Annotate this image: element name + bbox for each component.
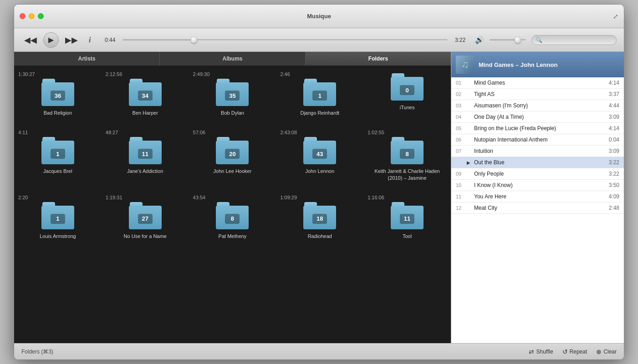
- folder-icon: 20: [216, 137, 249, 164]
- clear-icon: ⊗: [596, 348, 602, 355]
- browser-panel: Artists Albums Folders 1:30:27 36: [14, 52, 451, 343]
- folder-body: 27: [129, 206, 162, 229]
- browser-grid: 1:30:27 36 Bad Religion 2:12:56: [14, 66, 451, 343]
- folder-body: 1: [41, 141, 74, 164]
- folder-name: Louis Armstrong: [40, 233, 76, 239]
- list-item[interactable]: 2:12:56 34 Ben Harper: [102, 66, 189, 124]
- track-duration: 3:09: [603, 114, 619, 120]
- folder-name: Bob Dylan: [221, 110, 244, 116]
- list-item[interactable]: 43:54 8 Pat Metheny: [189, 189, 276, 247]
- progress-track[interactable]: [122, 39, 448, 41]
- track-number: 01: [456, 80, 467, 86]
- folder-badge: 8: [225, 214, 240, 224]
- time-elapsed: 0:44: [99, 37, 115, 43]
- list-item[interactable]: 1:09:29 18 Radiohead: [276, 189, 363, 247]
- track-duration: 3:37: [603, 91, 619, 97]
- rewind-button[interactable]: ◀◀: [21, 33, 40, 47]
- tracklist-panel: ♫ Mind Games – John Lennon 01 Mind Games…: [451, 52, 624, 343]
- grid-row: 2:20 1 Louis Armstrong 1:19:31: [14, 189, 451, 247]
- track-play-indicator: ▶: [467, 160, 474, 165]
- minimize-button[interactable]: [29, 13, 35, 19]
- statusbar: Folders (⌘3) ⇄ Shuffle ↺ Repeat ⊗ Clear: [14, 343, 624, 359]
- shuffle-button[interactable]: ⇄ Shuffle: [529, 348, 553, 355]
- repeat-label: Repeat: [570, 349, 587, 355]
- track-name: One Day (At a Time): [474, 114, 603, 120]
- grid-row: 4:11 1 Jacques Brel 48:27: [14, 124, 451, 189]
- track-name: Mind Games: [474, 80, 603, 86]
- folder-icon: 34: [129, 79, 162, 106]
- folder-time: 4:11: [18, 130, 28, 135]
- search-input[interactable]: [544, 37, 612, 43]
- list-item[interactable]: 57:06 20 John Lee Hooker: [189, 124, 276, 189]
- repeat-button[interactable]: ↺ Repeat: [562, 348, 587, 355]
- album-title: Mind Games – John Lennon: [479, 61, 557, 68]
- volume-track[interactable]: [490, 39, 526, 41]
- tab-albums[interactable]: Albums: [160, 52, 306, 66]
- track-row[interactable]: 03 Aisumasen (I'm Sorry) 4:44: [451, 100, 624, 111]
- track-row[interactable]: 07 Intuition 3:09: [451, 146, 624, 157]
- folder-name: Bad Religion: [44, 110, 72, 116]
- volume-thumb[interactable]: [515, 37, 521, 43]
- folder-name: John Lee Hooker: [214, 168, 252, 174]
- track-row[interactable]: 11 You Are Here 4:09: [451, 191, 624, 202]
- list-item[interactable]: 4:11 1 Jacques Brel: [14, 124, 102, 189]
- tab-folders[interactable]: Folders: [306, 52, 451, 66]
- list-item[interactable]: 2:20 1 Louis Armstrong: [14, 189, 102, 247]
- track-name: Intuition: [474, 148, 603, 154]
- track-row[interactable]: 12 Meat City 2:48: [451, 202, 624, 214]
- folder-badge: 27: [138, 214, 153, 224]
- track-row[interactable]: 05 Bring on the Lucie (Freda Peeple) 4:1…: [451, 123, 624, 134]
- folder-badge: 35: [225, 91, 240, 101]
- folder-icon: 27: [129, 202, 162, 229]
- list-item[interactable]: 1:19:31 27 No Use for a Name: [102, 189, 189, 247]
- folder-name: Pat Metheny: [219, 233, 247, 239]
- progress-thumb[interactable]: [191, 37, 197, 43]
- clear-button[interactable]: ⊗ Clear: [596, 348, 617, 355]
- play-button[interactable]: ▶: [43, 32, 59, 48]
- track-duration: 3:22: [603, 159, 619, 166]
- folder-badge: 1: [312, 91, 327, 101]
- track-row[interactable]: 02 Tight AS 3:37: [451, 89, 624, 100]
- list-item[interactable]: 0 iTunes: [363, 66, 451, 124]
- time-total: 3:22: [455, 37, 471, 43]
- app-window: Musique ⤢ ◀◀ ▶ ▶▶ i 0:44 3:22 🔊 🔍: [14, 4, 624, 360]
- track-row[interactable]: 09 Only People 3:22: [451, 168, 624, 180]
- list-item[interactable]: 1:02:55 8 Keith Jarrett & Charlie Haden …: [363, 124, 451, 189]
- track-row[interactable]: 01 Mind Games 4:14: [451, 77, 624, 89]
- track-row[interactable]: 06 Nutopian International Anthem 0:04: [451, 134, 624, 146]
- track-number: 07: [456, 148, 467, 154]
- track-number: 03: [456, 103, 467, 108]
- list-item[interactable]: 48:27 11 Jane's Addiction: [102, 124, 189, 189]
- forward-button[interactable]: ▶▶: [62, 33, 81, 47]
- list-item[interactable]: 1:16:06 11 Tool: [363, 189, 451, 247]
- list-item[interactable]: 1:30:27 36 Bad Religion: [14, 66, 102, 124]
- close-button[interactable]: [20, 13, 26, 19]
- maximize-button[interactable]: [38, 13, 44, 19]
- folder-badge: 8: [400, 149, 414, 159]
- track-row[interactable]: 10 I Know (I Know) 3:50: [451, 180, 624, 191]
- tab-artists[interactable]: Artists: [14, 52, 160, 66]
- folder-name: Ben Harper: [133, 110, 158, 116]
- folder-icon: 1: [303, 79, 336, 106]
- list-item[interactable]: 2:43:08 43 John Lennon: [276, 124, 363, 189]
- track-name: You Are Here: [474, 193, 603, 200]
- folder-name: Jacques Brel: [43, 168, 72, 174]
- track-name: Bring on the Lucie (Freda Peeple): [474, 125, 603, 131]
- folder-badge: 20: [225, 149, 240, 159]
- list-item[interactable]: 2:46 1 Django Reinhardt: [276, 66, 363, 124]
- info-button[interactable]: i: [86, 34, 93, 46]
- search-box[interactable]: 🔍: [531, 35, 617, 45]
- folder-name: Tool: [403, 233, 412, 239]
- folder-icon: 8: [216, 202, 249, 229]
- track-number: 09: [456, 171, 467, 177]
- track-name: Meat City: [474, 205, 603, 211]
- track-row[interactable]: 04 One Day (At a Time) 3:09: [451, 111, 624, 123]
- track-row-playing[interactable]: ▶ Out the Blue 3:22: [451, 157, 624, 168]
- folder-time: 2:46: [280, 71, 290, 77]
- folder-body: 1: [41, 206, 74, 229]
- forward-icon: ▶▶: [65, 35, 78, 45]
- list-item[interactable]: 2:49:30 35 Bob Dylan: [189, 66, 276, 124]
- folder-body: 18: [303, 206, 336, 229]
- folder-body: 8: [216, 206, 249, 229]
- resize-icon[interactable]: ⤢: [613, 13, 618, 20]
